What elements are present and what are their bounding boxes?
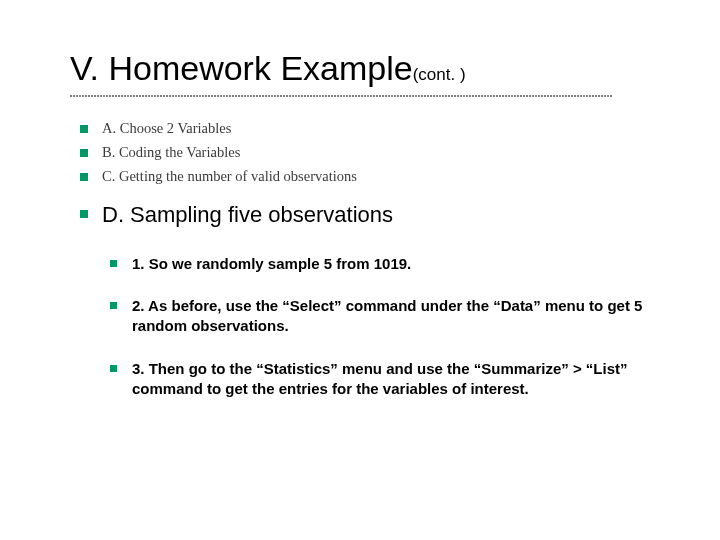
outer-list: A. Choose 2 Variables B. Coding the Vari… [80, 119, 660, 247]
square-bullet-icon [80, 210, 88, 218]
sub-list-item: 2. As before, use the “Select” command u… [110, 296, 660, 359]
title-main: V. Homework Example [70, 49, 413, 87]
title-block: V. Homework Example(cont. ) [70, 50, 660, 97]
list-item: A. Choose 2 Variables [80, 119, 660, 143]
square-bullet-icon [110, 302, 117, 309]
title-underline [70, 95, 613, 97]
list-item-text: D. Sampling five observations [102, 202, 393, 227]
title-suffix: (cont. ) [413, 65, 466, 84]
list-item-emphasis: D. Sampling five observations [80, 190, 660, 248]
sub-list-item: 3. Then go to the “Statistics” menu and … [110, 359, 660, 422]
square-bullet-icon [80, 149, 88, 157]
slide-title: V. Homework Example(cont. ) [70, 50, 660, 87]
sub-list-item-text: 2. As before, use the “Select” command u… [132, 297, 642, 334]
slide: V. Homework Example(cont. ) A. Choose 2 … [0, 0, 720, 540]
sub-list-item: 1. So we randomly sample 5 from 1019. [110, 254, 660, 296]
list-item: B. Coding the Variables [80, 143, 660, 167]
inner-list: 1. So we randomly sample 5 from 1019. 2.… [110, 254, 660, 421]
sub-list-item-text: 3. Then go to the “Statistics” menu and … [132, 360, 628, 397]
square-bullet-icon [110, 260, 117, 267]
sub-list-item-text: 1. So we randomly sample 5 from 1019. [132, 255, 411, 272]
list-item-text: B. Coding the Variables [102, 144, 240, 160]
square-bullet-icon [80, 125, 88, 133]
list-item-text: A. Choose 2 Variables [102, 120, 231, 136]
list-item: C. Getting the number of valid observati… [80, 167, 660, 191]
square-bullet-icon [110, 365, 117, 372]
list-item-text: C. Getting the number of valid observati… [102, 168, 357, 184]
square-bullet-icon [80, 173, 88, 181]
